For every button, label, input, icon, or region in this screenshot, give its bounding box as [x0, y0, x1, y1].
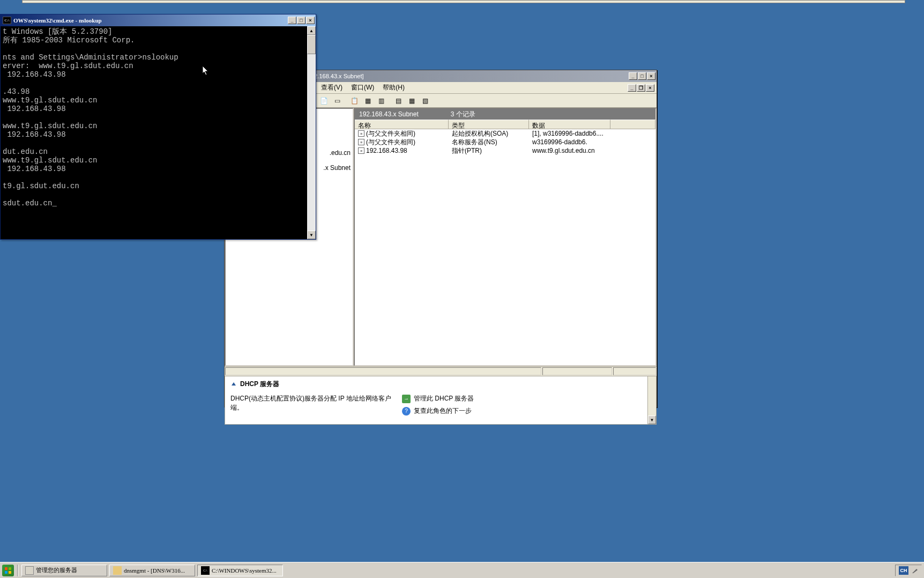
toolbar-new-icon[interactable]: 📄	[318, 95, 330, 107]
toolbar-export-icon[interactable]: 📋	[348, 95, 360, 107]
col-type[interactable]: 类型	[449, 120, 529, 129]
list-panel: 192.168.43.x Subnet 3 个记录 名称 类型 数据 ≡(与父文…	[354, 108, 657, 366]
taskbar-item-manage-server[interactable]: 管理您的服务器	[21, 565, 107, 576]
dns-icon	[113, 566, 122, 575]
svg-rect-5	[9, 571, 11, 574]
column-headers: 名称 类型 数据	[355, 120, 655, 129]
cmd-terminal[interactable]: t Windows [版本 5.2.3790] 所有 1985-2003 Mic…	[1, 26, 307, 239]
cmd-title-text: OWS\system32\cmd.exe - nslookup	[13, 17, 288, 24]
list-rows[interactable]: ≡(与父文件夹相同) 起始授权机构(SOA) [1], w3169996-dad…	[355, 129, 655, 365]
menu-help[interactable]: 帮助(H)	[379, 82, 408, 93]
svg-rect-3	[9, 567, 11, 570]
dhcp-description: DHCP(动态主机配置协议)服务器分配 IP 地址给网络客户端。	[230, 394, 402, 419]
child-restore-button[interactable]: ❐	[637, 84, 645, 92]
list-row[interactable]: ≡(与父文件夹相同) 起始授权机构(SOA) [1], w3169996-dad…	[355, 129, 655, 138]
list-row[interactable]: ≡(与父文件夹相同) 名称服务器(NS) w3169996-daddb6.	[355, 138, 655, 146]
col-spacer[interactable]	[610, 120, 655, 129]
svg-rect-4	[5, 571, 8, 574]
record-icon: ≡	[358, 139, 364, 145]
record-count: 3 个记录	[451, 110, 475, 119]
scroll-down-icon[interactable]: ▼	[307, 231, 316, 239]
tree-item-domain[interactable]: .edu.cn	[330, 149, 351, 157]
scroll-up-icon[interactable]: ▲	[307, 26, 316, 35]
close-button[interactable]: ×	[647, 72, 655, 80]
record-icon: ≡	[358, 130, 364, 137]
manage-dhcp-link[interactable]: → 管理此 DHCP 服务器	[402, 394, 651, 403]
toolbar-grid2-icon[interactable]: ▥	[375, 95, 387, 107]
menu-window[interactable]: 窗口(W)	[348, 82, 377, 93]
cmd-scrollbar[interactable]: ▲ ▼	[307, 26, 316, 239]
toolbar-refresh-icon[interactable]: ▧	[419, 95, 431, 107]
top-accent-bar	[22, 0, 905, 3]
scroll-thumb[interactable]	[307, 35, 316, 54]
child-minimize-button[interactable]: _	[628, 84, 636, 92]
cmd-close-button[interactable]: ×	[306, 17, 315, 24]
taskbar-item-dnsmgmt[interactable]: dnsmgmt - [DNS\W316...	[109, 565, 195, 576]
maximize-button[interactable]: □	[638, 72, 646, 80]
cmd-task-icon: C:\	[201, 566, 210, 575]
menu-view[interactable]: 查看(V)	[318, 82, 346, 93]
svg-rect-2	[5, 567, 8, 570]
record-icon: ≡	[358, 147, 364, 154]
help-icon: ?	[402, 407, 411, 416]
cmd-maximize-button[interactable]: □	[297, 17, 305, 24]
list-row[interactable]: ≡192.168.43.98 指针(PTR) www.t9.gl.sdut.ed…	[355, 146, 655, 155]
minimize-button[interactable]: _	[629, 72, 637, 80]
arrow-right-icon: →	[402, 395, 411, 403]
col-name[interactable]: 名称	[355, 120, 449, 129]
toolbar-detail-icon[interactable]: ▦	[406, 95, 418, 107]
tree-item-subnet[interactable]: .x Subnet	[323, 164, 351, 172]
cmd-minimize-button[interactable]: _	[288, 17, 296, 24]
list-header: 192.168.43.x Subnet 3 个记录	[355, 109, 655, 120]
toolbar-list-icon[interactable]: ▤	[392, 95, 404, 107]
server-icon	[25, 566, 34, 575]
dhcp-title: DHCP 服务器	[240, 380, 279, 389]
dhcp-panel: DHCP 服务器 DHCP(动态主机配置协议)服务器分配 IP 地址给网络客户端…	[225, 376, 657, 425]
toolbar-grid1-icon[interactable]: ▦	[362, 95, 374, 107]
dhcp-scrollbar[interactable]: ▼	[647, 376, 656, 424]
taskbar-item-cmd[interactable]: C:\ C:\WINDOWS\system32...	[197, 565, 283, 576]
collapse-icon[interactable]	[230, 381, 237, 388]
taskbar: 管理您的服务器 dnsmgmt - [DNS\W316... C:\ C:\WI…	[0, 562, 924, 578]
col-data[interactable]: 数据	[529, 120, 610, 129]
status-bar	[225, 366, 657, 376]
system-tray: CH	[895, 565, 922, 576]
subnet-label: 192.168.43.x Subnet	[359, 110, 419, 118]
start-button[interactable]	[2, 565, 14, 576]
svg-marker-0	[232, 382, 236, 386]
toolbar-window-icon[interactable]: ▭	[331, 95, 343, 107]
ime-indicator[interactable]: CH	[899, 566, 908, 575]
toolbar: 📄 ▭ 📋 ▦ ▥ ▤ ▦ ▧	[316, 94, 657, 108]
scroll-down-icon[interactable]: ▼	[648, 416, 656, 424]
review-role-link[interactable]: ? 复查此角色的下一步	[402, 406, 651, 416]
cmd-window: C:\ OWS\system32\cmd.exe - nslookup _ □ …	[0, 14, 316, 240]
tray-pen-icon[interactable]	[912, 567, 918, 574]
cmd-icon: C:\	[3, 17, 11, 24]
child-close-button[interactable]: ×	[646, 84, 654, 92]
cmd-titlebar[interactable]: C:\ OWS\system32\cmd.exe - nslookup _ □ …	[1, 14, 316, 26]
